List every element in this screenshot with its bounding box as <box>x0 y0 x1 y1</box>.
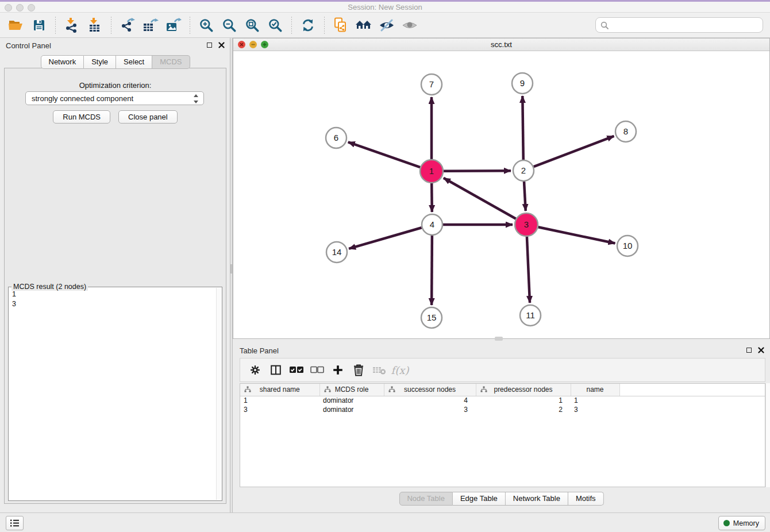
zoom-out-button[interactable] <box>220 16 239 35</box>
splitter-grip[interactable] <box>230 264 232 273</box>
show-panels-button[interactable] <box>6 516 24 530</box>
zoom-fit-button[interactable] <box>242 16 262 35</box>
graph-node-7[interactable]: 7 <box>421 74 442 95</box>
control-panel-float-button[interactable] <box>205 41 214 49</box>
graph-node-4[interactable]: 4 <box>422 214 442 235</box>
delete-table-button[interactable] <box>370 361 388 379</box>
optimization-criterion-select[interactable]: strongly connected component <box>25 91 204 105</box>
table-row[interactable]: 1dominator411 <box>240 396 765 405</box>
function-builder-button[interactable]: f(x) <box>391 361 409 379</box>
table-cell[interactable]: 1 <box>571 396 619 405</box>
graph-node-2[interactable]: 2 <box>513 160 534 181</box>
mcds-result-box[interactable]: MCDS result (2 nodes) 13 <box>8 287 222 501</box>
graph-edge-3-10[interactable] <box>538 227 615 243</box>
graph-node-10[interactable]: 10 <box>617 236 638 256</box>
column-header-name[interactable]: name <box>571 384 619 396</box>
graph-node-11[interactable]: 11 <box>520 305 541 326</box>
table-cell[interactable]: dominator <box>319 396 384 405</box>
graph-node-15[interactable]: 15 <box>421 307 442 328</box>
graph-node-1[interactable]: 1 <box>420 160 443 183</box>
search-input[interactable] <box>609 20 763 31</box>
show-columns-button[interactable] <box>267 361 285 379</box>
table-cell[interactable]: 1 <box>476 396 571 405</box>
open-session-button[interactable] <box>6 16 26 35</box>
tab-network[interactable]: Network <box>40 55 84 69</box>
table-row[interactable]: 3dominator323 <box>240 405 765 414</box>
graph-node-6[interactable]: 6 <box>326 128 346 148</box>
horizontal-splitter-grip[interactable] <box>495 337 503 341</box>
graph-edge-1-2[interactable] <box>444 171 511 171</box>
graph-edge-2-9[interactable] <box>522 96 523 160</box>
graph-edge-2-3[interactable] <box>524 182 526 211</box>
column-header-predecessor-nodes[interactable]: predecessor nodes <box>476 384 571 396</box>
network-graph[interactable]: 7968124314101511 <box>233 51 770 338</box>
select-all-button[interactable] <box>287 361 306 379</box>
network-canvas[interactable]: 7968124314101511 <box>233 51 769 338</box>
graph-edge-4-15[interactable] <box>432 236 432 305</box>
import-network-button[interactable] <box>62 16 82 35</box>
table-panel-float-button[interactable] <box>745 346 753 354</box>
select-stepper-icon <box>192 94 199 104</box>
save-session-button[interactable] <box>29 16 49 35</box>
table-cell[interactable]: 1 <box>240 396 319 405</box>
svg-text:14: 14 <box>332 247 342 257</box>
clone-network-button[interactable] <box>331 16 351 35</box>
column-header-shared-name[interactable]: shared name <box>240 384 319 396</box>
import-table-button[interactable] <box>85 16 105 35</box>
float-icon <box>746 348 752 353</box>
graph-node-3[interactable]: 3 <box>515 213 538 236</box>
table-cell[interactable]: 3 <box>571 405 619 414</box>
table-cell[interactable]: dominator <box>319 405 384 414</box>
export-image-button[interactable] <box>164 16 183 35</box>
control-panel-header: Control Panel <box>0 38 230 53</box>
delete-row-button[interactable] <box>349 361 368 379</box>
tab-style[interactable]: Style <box>84 55 116 69</box>
home-layout-button[interactable] <box>354 16 374 35</box>
tab-select[interactable]: Select <box>116 55 152 69</box>
graph-node-9[interactable]: 9 <box>512 73 533 94</box>
memory-button[interactable]: Memory <box>718 516 765 530</box>
graph-edge-2-8[interactable] <box>534 136 614 167</box>
graph-node-8[interactable]: 8 <box>615 121 636 142</box>
table-cell[interactable]: 3 <box>384 405 476 414</box>
table-panel-close-button[interactable] <box>757 346 765 354</box>
run-mcds-button[interactable]: Run MCDS <box>53 110 110 124</box>
graph-edge-3-11[interactable] <box>527 237 530 303</box>
mcds-result-scrollbar[interactable] <box>216 288 221 500</box>
add-row-button[interactable] <box>329 361 347 379</box>
show-all-button[interactable] <box>400 16 419 35</box>
tab-node-table[interactable]: Node Table <box>399 492 453 506</box>
export-table-button[interactable] <box>141 16 160 35</box>
refresh-view-button[interactable] <box>298 16 318 35</box>
tab-edge-table[interactable]: Edge Table <box>453 492 506 506</box>
tab-motifs[interactable]: Motifs <box>568 492 604 506</box>
hide-selected-button[interactable] <box>377 16 396 35</box>
network-window-titlebar: scc.txt <box>233 38 769 51</box>
toolbar-separator <box>291 17 292 34</box>
deselect-all-button[interactable] <box>308 361 326 379</box>
graph-edge-3-1[interactable] <box>444 178 516 219</box>
network-window-title: scc.txt <box>233 40 769 49</box>
graph-edge-1-4[interactable] <box>432 183 432 212</box>
zoom-selected-button[interactable] <box>265 16 285 35</box>
svg-text:10: 10 <box>623 241 633 250</box>
table-cell[interactable]: 3 <box>240 405 319 414</box>
column-header-successor-nodes[interactable]: successor nodes <box>384 384 476 396</box>
svg-text:3: 3 <box>524 219 529 229</box>
control-panel-close-button[interactable] <box>217 41 226 49</box>
tab-mcds[interactable]: MCDS <box>152 55 190 69</box>
column-header-mcds-role[interactable]: MCDS role <box>319 384 384 396</box>
table-cell[interactable]: 2 <box>476 405 571 414</box>
graph-edge-1-6[interactable] <box>348 142 420 167</box>
table-settings-button[interactable] <box>246 361 264 379</box>
close-panel-button[interactable]: Close panel <box>118 110 178 124</box>
table-scrollbar[interactable] <box>765 383 770 487</box>
tab-network-table[interactable]: Network Table <box>506 492 568 506</box>
search-field[interactable] <box>595 17 763 33</box>
graph-node-14[interactable]: 14 <box>326 242 347 263</box>
zoom-in-button[interactable] <box>197 16 216 35</box>
export-network-button[interactable] <box>118 16 137 35</box>
hierarchy-icon <box>244 386 251 393</box>
table-cell[interactable]: 4 <box>384 396 476 405</box>
graph-edge-4-14[interactable] <box>349 228 422 249</box>
